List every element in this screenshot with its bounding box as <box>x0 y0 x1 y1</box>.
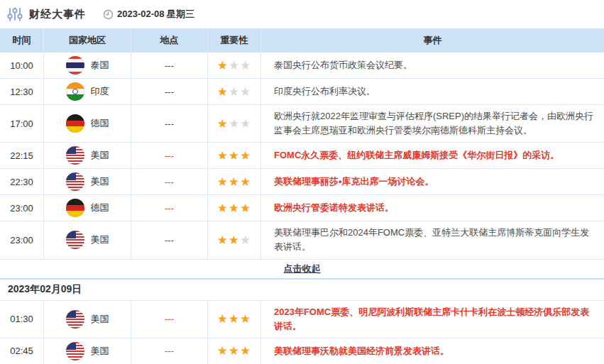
stars-filled: ★ <box>217 58 229 73</box>
usa-flag-icon <box>66 342 84 360</box>
event-row: 01:30 美国 --- ★★★ 2023年FOMC票委、明尼阿波利斯联储主席卡… <box>0 301 604 338</box>
event-time: 17:00 <box>0 105 44 142</box>
table-header: 时间 国家地区 地点 重要性 事件 <box>0 28 604 53</box>
country-cell: 美国 <box>44 301 131 338</box>
event-row: 17:00 德国 --- ★★★ 欧洲央行就2022年监理审查与评估程序(SRE… <box>0 105 604 143</box>
event-text: 美联储理事沃勒就美国经济前景发表讲话。 <box>261 338 604 364</box>
event-location: --- <box>131 338 208 364</box>
event-time: 12:30 <box>0 79 44 104</box>
event-location: --- <box>131 79 208 104</box>
event-row: 23:00 德国 --- ★★★ 欧洲央行管委诺特发表讲话。 <box>0 195 604 221</box>
stars-filled: ★ <box>217 116 229 131</box>
col-header-country: 国家地区 <box>44 28 131 53</box>
event-time: 23:00 <box>0 195 44 221</box>
event-time: 02:45 <box>0 338 44 364</box>
col-header-importance: 重要性 <box>208 28 261 53</box>
event-row: 23:00 美国 --- ★★★ 美联储理事巴尔和2024年FOMC票委、亚特兰… <box>0 221 604 259</box>
event-location: --- <box>131 169 208 194</box>
usa-flag-icon <box>66 310 84 329</box>
country-name: 美国 <box>91 345 109 358</box>
importance-stars: ★★★ <box>208 169 261 194</box>
event-row: 22:30 美国 --- ★★★ 美联储理事丽莎•库克出席一场讨论会。 <box>0 169 604 195</box>
usa-flag-icon <box>66 146 84 165</box>
stars-filled: ★★★ <box>217 148 252 163</box>
page-title: 财经大事件 <box>29 8 86 21</box>
event-location: --- <box>131 53 208 78</box>
importance-stars: ★★★ <box>208 195 261 221</box>
sliders-icon <box>6 6 23 23</box>
country-cell: 美国 <box>44 221 131 258</box>
country-name: 德国 <box>91 117 109 130</box>
event-row: 10:00 泰国 --- ★★★ 泰国央行公布货币政策会议纪要。 <box>0 53 604 79</box>
col-header-location: 地点 <box>131 28 208 53</box>
importance-stars: ★★★ <box>208 338 261 364</box>
event-text: 美联储理事丽莎•库克出席一场讨论会。 <box>261 169 604 194</box>
event-location: --- <box>131 301 208 338</box>
thailand-flag-icon <box>66 56 84 75</box>
event-location: --- <box>131 195 208 221</box>
usa-flag-icon <box>66 172 84 191</box>
event-time: 10:00 <box>0 53 44 78</box>
country-name: 德国 <box>91 202 109 214</box>
current-date: 2023-02-08 星期三 <box>117 8 194 21</box>
stars-filled: ★★★ <box>217 311 252 326</box>
clock-icon <box>103 9 114 20</box>
importance-stars: ★★★ <box>208 143 261 168</box>
country-cell: 德国 <box>44 195 131 221</box>
country-cell: 德国 <box>44 105 131 142</box>
germany-flag-icon <box>66 114 84 133</box>
importance-stars: ★★★ <box>208 53 261 78</box>
event-time: 22:15 <box>0 143 44 168</box>
stars-filled: ★ <box>217 84 229 99</box>
event-location: --- <box>131 221 208 258</box>
collapse-row: 点击收起 <box>0 260 604 280</box>
india-flag-icon <box>66 82 84 101</box>
germany-flag-icon <box>66 199 84 217</box>
country-name: 美国 <box>91 233 109 246</box>
event-text: 泰国央行公布货币政策会议纪要。 <box>261 53 604 78</box>
event-row: 02:45 美国 --- ★★★ 美联储理事沃勒就美国经济前景发表讲话。 <box>0 338 604 364</box>
event-text: 2023年FOMC票委、明尼阿波利斯联储主席卡什卡利在波士顿经济俱乐部发表讲话。 <box>261 301 604 338</box>
economic-calendar-widget: 财经大事件 2023-02-08 星期三 时间 国家地区 地点 重要性 事件 1… <box>0 0 604 364</box>
country-cell: 美国 <box>44 169 131 194</box>
current-date-group: 2023-02-08 星期三 <box>103 8 194 21</box>
country-cell: 印度 <box>44 79 131 104</box>
importance-stars: ★★★ <box>208 221 261 258</box>
event-location: --- <box>131 143 208 168</box>
event-time: 22:30 <box>0 169 44 194</box>
stars-filled: ★★★ <box>217 343 252 358</box>
country-cell: 泰国 <box>44 53 131 78</box>
importance-stars: ★★★ <box>208 79 261 104</box>
usa-flag-icon <box>66 231 84 249</box>
stars-empty: ★★ <box>229 58 251 73</box>
event-row: 22:15 美国 --- ★★★ FOMC永久票委、纽约联储主席威廉姆斯接受《华… <box>0 143 604 169</box>
event-row: 12:30 印度 --- ★★★ 印度央行公布利率决议。 <box>0 79 604 105</box>
stars-filled: ★★★ <box>217 201 252 216</box>
stars-empty: ★★ <box>229 116 251 131</box>
stars-filled: ★★ <box>217 233 240 248</box>
stars-filled: ★★★ <box>217 175 252 189</box>
event-text: 欧洲央行管委诺特发表讲话。 <box>261 195 604 221</box>
importance-stars: ★★★ <box>208 105 261 142</box>
country-cell: 美国 <box>44 143 131 168</box>
event-text: FOMC永久票委、纽约联储主席威廉姆斯接受《华尔街日报》的采访。 <box>261 143 604 168</box>
col-header-event: 事件 <box>261 28 604 53</box>
title-bar: 财经大事件 2023-02-08 星期三 <box>0 0 604 28</box>
country-name: 美国 <box>91 175 109 188</box>
event-text: 欧洲央行就2022年监理审查与评估程序(SREP)的结果举行记者会，由欧洲央行监… <box>261 105 604 142</box>
collapse-link[interactable]: 点击收起 <box>284 263 321 275</box>
country-cell: 美国 <box>44 338 131 364</box>
country-name: 印度 <box>91 85 109 98</box>
stars-empty: ★ <box>240 233 251 248</box>
event-text: 美联储理事巴尔和2024年FOMC票委、亚特兰大联储主席博斯蒂克面向学生发表讲话… <box>261 221 604 258</box>
country-name: 泰国 <box>91 59 109 72</box>
stars-empty: ★★ <box>229 84 251 99</box>
event-time: 01:30 <box>0 301 44 338</box>
event-time: 23:00 <box>0 221 44 258</box>
country-name: 美国 <box>91 149 109 162</box>
importance-stars: ★★★ <box>208 301 261 338</box>
event-text: 印度央行公布利率决议。 <box>261 79 604 104</box>
event-location: --- <box>131 105 208 142</box>
country-name: 美国 <box>91 313 109 326</box>
col-header-time: 时间 <box>0 28 44 53</box>
